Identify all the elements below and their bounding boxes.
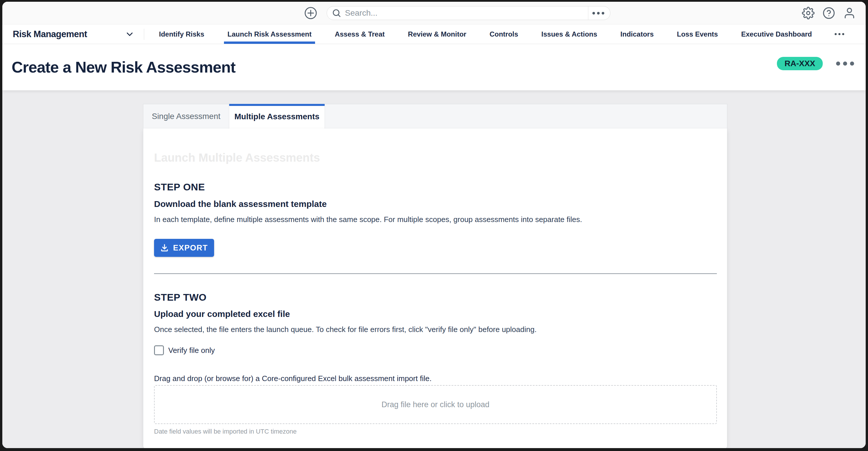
search-icon bbox=[332, 8, 341, 18]
settings-gear-icon bbox=[802, 7, 815, 20]
plus-circle-icon bbox=[304, 6, 317, 20]
drag-drop-instruction: Drag and drop (or browse for) a Core-con… bbox=[154, 374, 432, 383]
more-ellipsis-icon bbox=[835, 33, 837, 35]
download-icon bbox=[160, 243, 169, 252]
verify-file-row: Verify file only bbox=[154, 345, 215, 355]
nav-item-assess-treat[interactable]: Assess & Treat bbox=[331, 24, 388, 44]
page-title: Create a New Risk Assessment bbox=[11, 58, 235, 76]
chevron-down-icon bbox=[125, 29, 134, 39]
export-button[interactable]: EXPORT bbox=[154, 239, 214, 257]
nav-items: Identify Risks Launch Risk Assessment As… bbox=[155, 24, 847, 44]
search-input[interactable] bbox=[345, 8, 586, 18]
nav-item-controls[interactable]: Controls bbox=[486, 24, 522, 44]
step-divider bbox=[154, 273, 717, 274]
nav-item-identify-risks[interactable]: Identify Risks bbox=[155, 24, 208, 44]
multiple-assessments-panel: Launch Multiple Assessments STEP ONE Dow… bbox=[143, 128, 727, 448]
tab-single-assessment[interactable]: Single Assessment bbox=[143, 104, 229, 128]
content-area: Single Assessment Multiple Assessments L… bbox=[2, 91, 866, 448]
nav-item-executive-dashboard[interactable]: Executive Dashboard bbox=[738, 24, 815, 44]
nav-item-loss-events[interactable]: Loss Events bbox=[673, 24, 721, 44]
help-button[interactable] bbox=[823, 7, 835, 20]
app-window: Risk Management Identify Risks Launch Ri… bbox=[2, 2, 866, 448]
dropzone-placeholder: Drag file here or click to upload bbox=[381, 400, 489, 409]
top-bar bbox=[2, 2, 866, 24]
step-one-description: In each template, define multiple assess… bbox=[154, 215, 582, 224]
nav-item-launch-risk-assessment[interactable]: Launch Risk Assessment bbox=[224, 24, 315, 44]
page-options-button[interactable] bbox=[836, 62, 854, 66]
nav-divider bbox=[144, 29, 144, 40]
create-new-button[interactable] bbox=[304, 6, 317, 20]
export-button-label: EXPORT bbox=[173, 243, 208, 252]
search-divider bbox=[588, 6, 588, 20]
more-ellipsis-icon bbox=[592, 12, 595, 14]
search-options-button[interactable] bbox=[592, 12, 606, 14]
help-circle-icon bbox=[823, 7, 835, 20]
utc-timezone-note: Date field values will be imported in UT… bbox=[154, 428, 297, 435]
page-header-right: RA-XXX bbox=[777, 57, 854, 70]
assessment-tabstrip: Single Assessment Multiple Assessments bbox=[143, 104, 727, 129]
global-search bbox=[327, 6, 610, 20]
page-header: Create a New Risk Assessment RA-XXX bbox=[2, 44, 866, 91]
file-dropzone[interactable]: Drag file here or click to upload bbox=[154, 385, 717, 424]
top-right-icons bbox=[802, 7, 856, 20]
module-switcher[interactable]: Risk Management bbox=[13, 24, 134, 44]
user-menu-button[interactable] bbox=[843, 7, 856, 20]
more-ellipsis-icon bbox=[836, 62, 840, 66]
step-one-heading: Download the blank assessment template bbox=[154, 199, 327, 209]
record-id-badge: RA-XXX bbox=[777, 57, 823, 70]
step-two-heading: Upload your completed excel file bbox=[154, 309, 290, 319]
step-one-label: STEP ONE bbox=[154, 181, 205, 193]
step-two-label: STEP TWO bbox=[154, 292, 207, 303]
module-name: Risk Management bbox=[13, 29, 87, 39]
tab-multiple-assessments[interactable]: Multiple Assessments bbox=[229, 104, 325, 129]
nav-item-indicators[interactable]: Indicators bbox=[617, 24, 657, 44]
nav-item-issues-actions[interactable]: Issues & Actions bbox=[538, 24, 601, 44]
verify-file-checkbox[interactable] bbox=[154, 345, 164, 355]
module-nav-bar: Risk Management Identify Risks Launch Ri… bbox=[2, 24, 866, 44]
nav-more-button[interactable] bbox=[832, 33, 847, 35]
verify-file-label: Verify file only bbox=[168, 346, 215, 355]
panel-ghost-heading: Launch Multiple Assessments bbox=[154, 151, 320, 164]
step-two-description: Once selected, the file enters the launc… bbox=[154, 325, 537, 334]
settings-button[interactable] bbox=[802, 7, 815, 20]
nav-item-review-monitor[interactable]: Review & Monitor bbox=[404, 24, 470, 44]
user-icon bbox=[843, 7, 856, 20]
